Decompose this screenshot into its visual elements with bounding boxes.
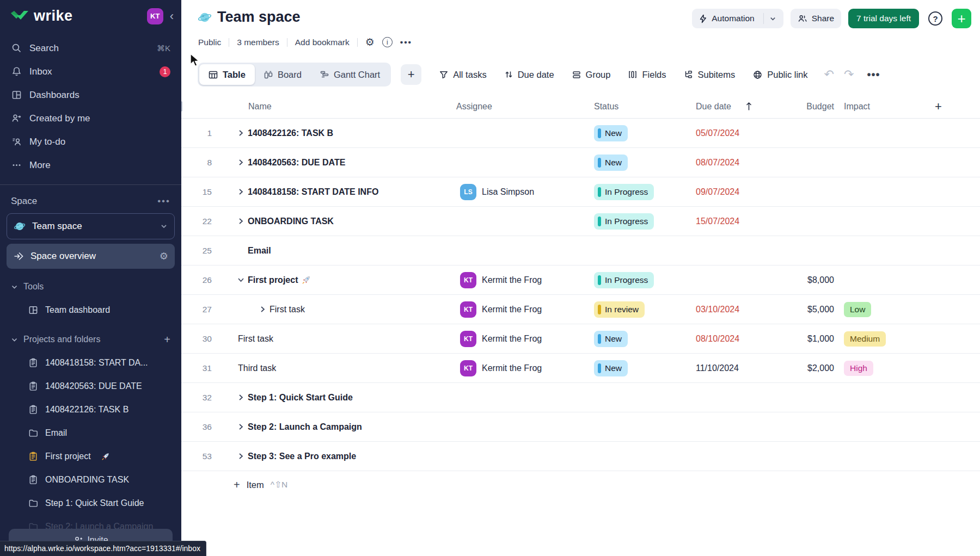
table-row[interactable]: 15 1408418158: START DATE INFO LS Lisa S… [181,177,980,207]
expand-chevron-icon[interactable] [236,394,246,401]
due-date[interactable]: 08/10/2024 [694,334,794,344]
create-new-button[interactable]: + [952,9,971,28]
status-badge[interactable]: In Progress [594,213,654,230]
assignee-avatar[interactable]: KT [460,301,476,318]
due-date[interactable]: 08/07/2024 [694,158,794,168]
table-row[interactable]: 36 Step 2: Launch a Campaign [181,412,980,442]
expand-chevron-icon[interactable] [236,423,246,430]
trial-days-button[interactable]: 7 trial days left [848,9,919,28]
expand-chevron-icon[interactable] [236,218,246,225]
table-row[interactable]: 32 Step 1: Quick Start Guide [181,383,980,412]
task-name[interactable]: First task [270,305,305,314]
status-badge[interactable]: In Progress [594,184,654,200]
gear-icon[interactable]: ⚙ [365,36,375,48]
budget-value[interactable]: $8,000 [794,275,838,285]
undo-icon[interactable]: ↶ [824,67,834,82]
budget-value[interactable]: $2,000 [794,363,838,373]
info-icon[interactable]: i [382,37,393,47]
column-due-date[interactable]: Due date [694,102,794,112]
status-badge[interactable]: In Progress [594,272,654,288]
sort-button[interactable]: Due date [505,70,554,80]
assignee-avatar[interactable]: KT [460,360,476,376]
due-date[interactable]: 15/07/2024 [694,217,794,226]
fields-button[interactable]: Fields [628,70,666,80]
sidebar-item-project[interactable]: 1408422126: TASK B [0,398,181,421]
task-name[interactable]: Step 1: Quick Start Guide [248,393,353,403]
collapse-chevron-icon[interactable] [236,277,246,282]
table-row[interactable]: 25 Email [181,236,980,265]
task-name[interactable]: Third task [238,363,276,373]
sidebar-item-search[interactable]: Search ⌘K [0,36,181,60]
impact-badge[interactable]: Low [844,302,871,317]
space-switcher[interactable]: Team space [7,213,175,239]
column-status[interactable]: Status [594,102,694,112]
sidebar-item-space-overview[interactable]: Space overview ⚙ [7,244,175,269]
task-name[interactable]: Email [248,246,271,256]
due-date[interactable]: 11/10/2024 [694,363,794,373]
tab-board[interactable]: Board [255,64,311,85]
sidebar-item-project[interactable]: 1408420563: DUE DATE [0,374,181,398]
table-row[interactable]: 8 1408420563: DUE DATE New 08/07/2024 [181,148,980,177]
budget-value[interactable]: $5,000 [794,305,838,314]
redo-icon[interactable]: ↷ [844,67,854,82]
task-name[interactable]: Step 3: See a Pro example [248,452,356,461]
automation-button[interactable]: Automation [692,9,783,28]
status-badge[interactable]: New [594,155,628,171]
share-button[interactable]: Share [791,9,841,28]
tools-section-header[interactable]: Tools [0,275,181,298]
assignee-avatar[interactable]: KT [460,331,476,347]
expand-chevron-icon[interactable] [236,453,246,460]
add-bookmark-link[interactable]: Add bookmark [295,38,350,47]
assignee-avatar[interactable]: LS [460,184,476,200]
column-name[interactable]: Name [230,102,456,112]
toolbar-more-icon[interactable]: ••• [867,69,880,81]
budget-value[interactable]: $1,000 [794,334,838,344]
sidebar-item-created-by-me[interactable]: Created by me [0,107,181,130]
table-row[interactable]: 53 Step 3: See a Pro example [181,442,980,471]
select-all-checkbox[interactable] [181,101,182,112]
due-date[interactable]: 03/10/2024 [694,305,794,314]
status-badge[interactable]: New [594,331,628,347]
sidebar-item-inbox[interactable]: Inbox 1 [0,60,181,83]
sidebar-item-dashboards[interactable]: Dashboards [0,83,181,107]
add-item-button[interactable]: + Item ^⇧N [181,471,980,498]
user-avatar[interactable]: KT [147,8,163,24]
sidebar-item-folder[interactable]: Email [0,421,181,444]
add-project-icon[interactable]: + [164,333,170,346]
table-row[interactable]: 30 First task KT Kermit the Frog New 08/… [181,324,980,354]
add-view-button[interactable]: + [401,64,421,85]
column-assignee[interactable]: Assignee [456,102,594,112]
task-name[interactable]: 1408420563: DUE DATE [248,158,345,168]
due-date[interactable]: 09/07/2024 [694,187,794,197]
chevron-down-icon[interactable] [769,15,776,22]
table-row[interactable]: 22 ONBOARDING TASK In Progress 15/07/202… [181,207,980,236]
task-name[interactable]: First task [238,334,273,344]
column-budget[interactable]: Budget [794,102,838,112]
sidebar-item-project[interactable]: 1408418158: START DA... [0,351,181,374]
space-more-icon[interactable]: ••• [157,196,170,207]
visibility-label[interactable]: Public [198,38,221,47]
help-button[interactable]: ? [926,9,945,28]
add-column-icon[interactable]: + [920,100,980,114]
more-actions-icon[interactable]: ••• [400,38,412,47]
sidebar-item-team-dashboard[interactable]: Team dashboard [0,298,181,322]
members-label[interactable]: 3 members [237,38,279,47]
expand-chevron-icon[interactable] [236,188,246,195]
filter-button[interactable]: All tasks [439,70,486,80]
gear-icon[interactable]: ⚙ [160,250,168,262]
tab-table[interactable]: Table [199,64,255,85]
expand-chevron-icon[interactable] [236,129,246,137]
impact-badge[interactable]: Medium [844,331,886,347]
table-row[interactable]: 27 First task KT Kermit the Frog In revi… [181,295,980,324]
subitems-button[interactable]: Subitems [684,70,735,80]
task-name[interactable]: ONBOARDING TASK [248,217,334,226]
task-name[interactable]: Step 2: Launch a Campaign [248,422,362,432]
table-row[interactable]: 26 First project KT Kermit the Frog In P… [181,265,980,295]
status-badge[interactable]: New [594,360,628,376]
table-row[interactable]: 31 Third task KT Kermit the Frog New 11/… [181,354,980,383]
expand-chevron-icon[interactable] [236,159,246,166]
tab-gantt-chart[interactable]: Gantt Chart [311,64,389,85]
impact-badge[interactable]: High [844,361,873,376]
sidebar-item-project[interactable]: First project [0,444,181,468]
status-badge[interactable]: In review [594,301,645,318]
